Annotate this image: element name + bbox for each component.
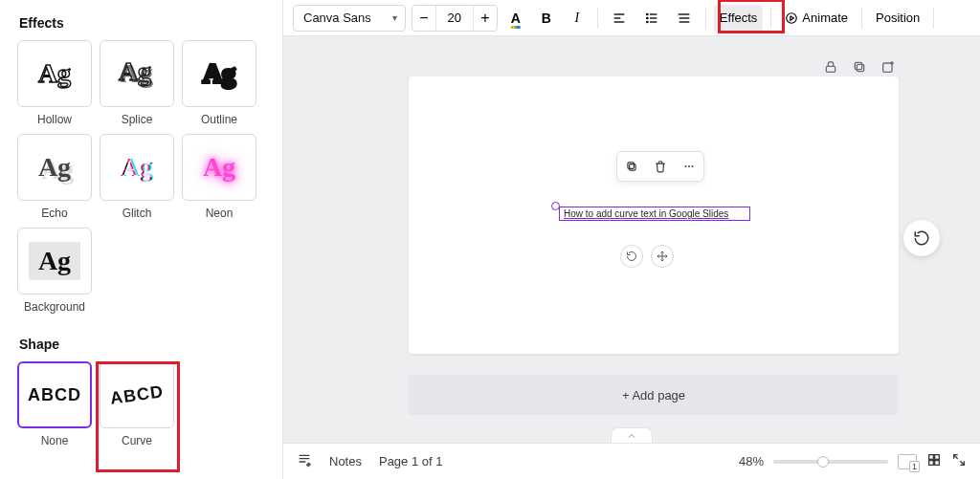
main-area: Canva Sans ▾ − + A B I <box>283 0 980 479</box>
page-thumbnail-button[interactable] <box>898 454 917 469</box>
expand-timeline-handle[interactable] <box>611 427 653 443</box>
svg-point-7 <box>646 21 647 22</box>
svg-rect-14 <box>857 64 863 71</box>
effects-panel: Effects AgHollow AgSplice AgOutline AgEc… <box>0 0 283 479</box>
position-button[interactable]: Position <box>870 5 925 32</box>
add-page-button[interactable]: + Add page <box>409 375 899 415</box>
spacing-button[interactable] <box>671 5 698 32</box>
chevron-down-icon: ▾ <box>392 12 397 23</box>
svg-rect-13 <box>826 66 835 72</box>
effect-hollow[interactable]: Ag <box>17 40 92 107</box>
page-indicator: Page 1 of 1 <box>379 454 443 468</box>
font-size-stepper: − + <box>412 5 498 32</box>
canvas-area[interactable]: How to add curve text in Google Slides +… <box>283 36 980 443</box>
svg-rect-19 <box>630 164 635 170</box>
italic-button[interactable]: I <box>565 5 590 32</box>
transform-handles <box>620 245 674 268</box>
text-color-button[interactable]: A <box>503 5 528 32</box>
list-button[interactable] <box>638 5 665 32</box>
fullscreen-button[interactable] <box>951 452 967 470</box>
effect-splice-label: Splice <box>122 113 153 126</box>
svg-point-21 <box>685 165 687 167</box>
add-page-icon[interactable] <box>880 59 896 78</box>
regenerate-fab[interactable] <box>903 220 940 256</box>
svg-rect-20 <box>628 163 634 168</box>
duplicate-page-icon[interactable] <box>852 59 867 78</box>
effects-button[interactable]: Effects <box>714 5 764 32</box>
selected-text-element[interactable]: How to add curve text in Google Slides <box>559 207 750 221</box>
effect-hollow-label: Hollow <box>37 113 72 126</box>
zoom-slider[interactable] <box>773 460 888 464</box>
shape-curve-label: Curve <box>122 434 152 447</box>
effect-neon-label: Neon <box>206 207 234 220</box>
status-bar: Notes Page 1 of 1 48% <box>283 443 980 479</box>
shape-none-label: None <box>41 434 69 447</box>
shape-none[interactable]: ABCD <box>17 361 92 428</box>
zoom-slider-thumb[interactable] <box>817 456 829 468</box>
grid-view-button[interactable] <box>926 452 942 470</box>
zoom-control: 48% <box>739 452 967 470</box>
effect-glitch-label: Glitch <box>122 207 152 220</box>
svg-point-22 <box>688 165 690 167</box>
svg-point-3 <box>646 13 647 14</box>
effect-background[interactable]: Ag <box>17 228 92 294</box>
effect-splice[interactable]: Ag <box>100 40 174 107</box>
move-button[interactable] <box>651 245 674 268</box>
font-size-decrease-button[interactable]: − <box>412 6 435 31</box>
text-toolbar: Canva Sans ▾ − + A B I <box>283 0 980 36</box>
effect-outline-label: Outline <box>201 113 237 126</box>
notes-icon[interactable] <box>297 452 312 470</box>
effect-outline[interactable]: Ag <box>182 40 256 107</box>
effect-neon[interactable]: Ag <box>182 134 256 201</box>
text-align-button[interactable] <box>606 5 633 32</box>
notes-button[interactable]: Notes <box>329 454 362 468</box>
page-action-bar <box>823 59 896 78</box>
svg-rect-26 <box>929 461 934 466</box>
svg-rect-16 <box>883 63 892 72</box>
effect-echo-label: Echo <box>41 207 67 220</box>
svg-rect-25 <box>935 455 940 460</box>
effect-echo[interactable]: Ag <box>17 134 92 201</box>
svg-point-5 <box>646 17 647 18</box>
effect-glitch[interactable]: Ag <box>100 134 174 201</box>
lock-icon[interactable] <box>823 59 838 78</box>
effect-background-label: Background <box>24 300 85 314</box>
font-size-increase-button[interactable]: + <box>474 6 497 31</box>
shape-curve[interactable]: ABCD <box>100 361 174 428</box>
delete-icon[interactable] <box>646 152 675 181</box>
svg-rect-27 <box>935 461 940 466</box>
copy-icon[interactable] <box>617 152 646 181</box>
svg-rect-24 <box>929 455 934 460</box>
more-icon[interactable] <box>675 152 703 181</box>
rotate-button[interactable] <box>620 245 643 268</box>
element-context-toolbar <box>616 151 704 182</box>
svg-point-12 <box>787 12 797 23</box>
shape-heading: Shape <box>19 337 263 352</box>
font-family-dropdown[interactable]: Canva Sans ▾ <box>293 5 406 32</box>
bold-button[interactable]: B <box>534 5 559 32</box>
svg-point-23 <box>692 165 694 167</box>
zoom-value: 48% <box>739 454 764 468</box>
font-family-value: Canva Sans <box>303 11 371 25</box>
animate-button[interactable]: Animate <box>779 5 854 32</box>
font-size-input[interactable] <box>436 6 473 31</box>
effects-heading: Effects <box>19 15 263 31</box>
svg-rect-15 <box>855 62 861 69</box>
